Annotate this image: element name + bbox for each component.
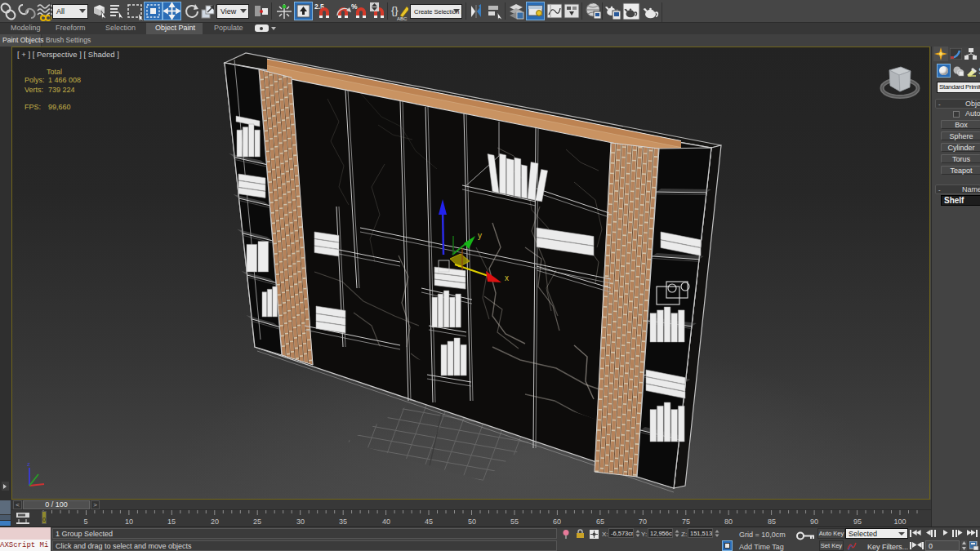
svg-text:{}: {} [391,4,399,16]
svg-text:ABC: ABC [397,16,408,21]
svg-text:%: % [351,2,358,11]
svg-text:z: z [27,460,30,468]
svg-text:x: x [505,273,509,282]
svg-text:y: y [478,231,482,240]
